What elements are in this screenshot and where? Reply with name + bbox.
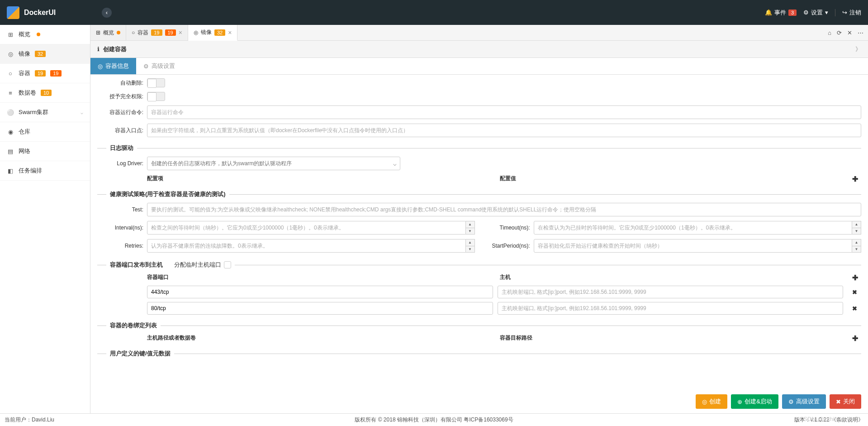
tab-close-icon[interactable]: × xyxy=(179,29,182,36)
tab-advanced[interactable]: ⚙ 高级设置 xyxy=(136,58,182,74)
tab-label: 容器 xyxy=(138,29,148,37)
sidebar-label: 网络 xyxy=(19,147,30,155)
log-driver-label: Log Driver: xyxy=(97,160,147,167)
app-logo-icon xyxy=(7,6,19,19)
retries-input[interactable] xyxy=(147,239,466,253)
retries-spinner[interactable]: ▲▼ xyxy=(466,239,475,253)
add-port-button[interactable]: ✚ xyxy=(852,273,861,282)
port-row: ✖ xyxy=(97,286,861,298)
badge: 19 xyxy=(50,70,61,77)
delete-row-button[interactable]: ✖ xyxy=(848,289,861,296)
ports-section-header: 容器端口发布到主机 分配临时主机端口 xyxy=(97,261,861,269)
delete-row-button[interactable]: ✖ xyxy=(848,305,861,312)
sidebar-item-2[interactable]: ○容器1919 xyxy=(0,64,90,83)
tab-label: 镜像 xyxy=(201,29,212,36)
container-port-input[interactable] xyxy=(147,302,493,315)
vol-path-header: 主机路径或者数据卷 xyxy=(147,334,500,343)
advanced-button[interactable]: ⚙高级设置 xyxy=(782,394,826,409)
sidebar-icon: ◧ xyxy=(7,168,14,174)
sidebar-icon: ▤ xyxy=(7,148,14,155)
events-badge: 3 xyxy=(788,10,797,16)
tab-close-icon[interactable]: × xyxy=(228,29,232,36)
settings-button[interactable]: ⚙ 设置 ▾ xyxy=(803,9,828,17)
startperiod-spinner[interactable]: ▲▼ xyxy=(852,239,861,253)
log-driver-select[interactable] xyxy=(147,157,400,170)
config-key-header: 配置项 xyxy=(147,175,500,183)
close-icon: ✖ xyxy=(836,398,841,405)
startperiod-input[interactable] xyxy=(534,239,853,253)
logout-button[interactable]: ↪ 注销 xyxy=(842,9,861,17)
host-col-header: 主机 xyxy=(500,273,853,282)
kv-section-header: 用户定义的键/值元数据 xyxy=(97,349,861,358)
collapse-icon[interactable]: 》 xyxy=(855,45,861,53)
test-input[interactable] xyxy=(147,203,861,216)
close-tab-icon[interactable]: ✕ xyxy=(847,29,852,36)
health-section-header: 健康测试策略(用于检查容器是否健康的测试) xyxy=(97,190,861,198)
sidebar-label: 容器 xyxy=(19,69,30,77)
caret-down-icon: ▾ xyxy=(825,9,828,16)
separator xyxy=(835,9,835,16)
logout-icon: ↪ xyxy=(842,9,847,16)
temp-port-checkbox[interactable] xyxy=(224,261,231,268)
tab-info-label: 容器信息 xyxy=(105,62,129,70)
close-button[interactable]: ✖关闭 xyxy=(830,394,861,409)
tab-容器[interactable]: ○容器1919× xyxy=(126,25,188,40)
host-port-input[interactable] xyxy=(498,302,844,315)
sidebar-item-1[interactable]: ◎镜像32 xyxy=(0,44,90,64)
timeout-input[interactable] xyxy=(534,221,853,235)
tab-icon: ◎ xyxy=(194,29,198,36)
sidebar-item-6[interactable]: ▤网络 xyxy=(0,142,90,161)
home-icon[interactable]: ⌂ xyxy=(828,29,831,36)
retries-label: Retries: xyxy=(97,243,147,249)
interval-input[interactable] xyxy=(147,221,466,235)
sidebar-label: 任务编排 xyxy=(19,167,42,175)
tab-概览[interactable]: ⊞概览 xyxy=(90,25,126,40)
badge: 32 xyxy=(35,51,46,57)
add-volume-button[interactable]: ✚ xyxy=(852,334,861,343)
sidebar-item-0[interactable]: ⊞概览 xyxy=(0,25,90,44)
create-start-button[interactable]: ⊕创建&启动 xyxy=(731,394,778,409)
entry-input[interactable] xyxy=(147,124,861,137)
app-title: DockerUI xyxy=(24,9,56,17)
config-val-header: 配置值 xyxy=(500,175,853,183)
sidebar-icon: ◎ xyxy=(7,51,14,57)
sidebar-label: 镜像 xyxy=(19,50,30,58)
events-label: 事件 xyxy=(774,9,786,17)
chevron-left-icon: ‹ xyxy=(106,9,108,16)
port-row: ✖ xyxy=(97,302,861,315)
host-port-input[interactable] xyxy=(498,286,844,298)
refresh-icon[interactable]: ⟳ xyxy=(837,29,842,36)
privileged-label: 授予完全权限: xyxy=(97,93,147,101)
status-dot xyxy=(37,33,40,36)
sidebar-label: Swarm集群 xyxy=(19,108,48,116)
sidebar-icon: ⚪ xyxy=(7,109,14,116)
events-button[interactable]: 🔔 事件 3 xyxy=(765,9,797,17)
back-button[interactable]: ‹ xyxy=(102,8,112,18)
sidebar-item-5[interactable]: ◉仓库 xyxy=(0,122,90,142)
cmd-label: 容器运行命令: xyxy=(97,109,147,116)
gear-icon: ⚙ xyxy=(143,63,149,70)
add-config-button[interactable]: ✚ xyxy=(852,175,861,183)
startperiod-label: StartPeriod(ns): xyxy=(484,243,534,249)
port-col-header: 容器端口 xyxy=(147,273,500,282)
sidebar-item-7[interactable]: ◧任务编排 xyxy=(0,161,90,181)
test-label: Test: xyxy=(97,206,147,213)
sidebar-item-3[interactable]: ≡数据卷10 xyxy=(0,83,90,103)
timeout-label: Timeout(ns): xyxy=(484,225,534,231)
sidebar-item-4[interactable]: ⚪Swarm集群⌵ xyxy=(0,103,90,122)
auto-remove-label: 自动删除: xyxy=(97,79,147,87)
sidebar-label: 数据卷 xyxy=(19,89,36,97)
play-icon: ⊕ xyxy=(737,398,742,405)
tab-镜像[interactable]: ◎镜像32× xyxy=(188,25,237,41)
create-button[interactable]: ◎创建 xyxy=(696,394,727,409)
container-port-input[interactable] xyxy=(147,286,493,298)
log-section-header: 日志驱动 xyxy=(97,144,861,152)
privileged-toggle[interactable] xyxy=(147,92,165,101)
auto-remove-toggle[interactable] xyxy=(147,78,165,87)
tab-container-info[interactable]: ◎ 容器信息 xyxy=(90,58,136,74)
timeout-spinner[interactable]: ▲▼ xyxy=(852,221,861,235)
interval-spinner[interactable]: ▲▼ xyxy=(466,221,475,235)
cmd-input[interactable] xyxy=(147,105,861,119)
more-icon[interactable]: ⋯ xyxy=(858,29,863,36)
badge: 32 xyxy=(214,29,225,36)
